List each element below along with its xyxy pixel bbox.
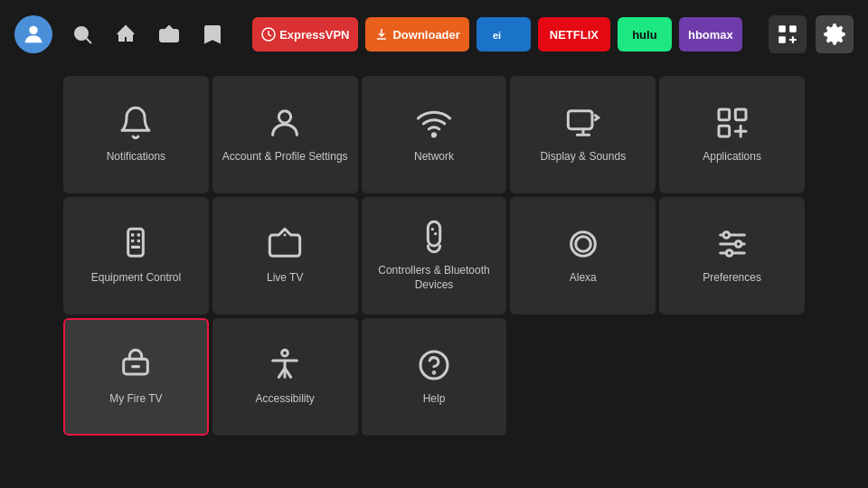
svg-rect-13 xyxy=(735,109,746,120)
grid-item-equipment-control[interactable]: Equipment Control xyxy=(63,197,209,314)
account-profile-label: Account & Profile Settings xyxy=(222,150,348,164)
settings-main: Notifications Account & Profile Settings… xyxy=(0,69,868,443)
svg-point-22 xyxy=(431,228,434,230)
app-hulu[interactable]: hulu xyxy=(618,17,672,52)
svg-rect-6 xyxy=(778,25,786,33)
header-right xyxy=(769,15,854,53)
app-expressvpn[interactable]: ExpressVPN xyxy=(252,17,358,52)
svg-rect-33 xyxy=(131,365,140,368)
app-downloader[interactable]: Downloader xyxy=(365,17,468,52)
svg-rect-20 xyxy=(131,246,140,249)
svg-point-29 xyxy=(723,232,730,239)
help-label: Help xyxy=(423,392,446,407)
my-fire-tv-label: My Fire TV xyxy=(109,392,162,407)
svg-point-30 xyxy=(735,241,741,248)
grid-item-notifications[interactable]: Notifications xyxy=(63,76,209,193)
svg-rect-16 xyxy=(131,234,134,237)
svg-point-34 xyxy=(282,351,288,357)
svg-rect-15 xyxy=(128,230,144,257)
grid-item-alexa[interactable]: Alexa xyxy=(510,197,656,314)
header-left xyxy=(14,15,226,53)
app-hbomax[interactable]: hbomax xyxy=(679,17,742,52)
search-icon[interactable] xyxy=(69,21,96,48)
svg-point-0 xyxy=(29,26,37,34)
grid-item-controllers-bluetooth[interactable]: Controllers & Bluetooth Devices xyxy=(362,197,507,314)
avatar[interactable] xyxy=(14,15,52,53)
settings-grid: Notifications Account & Profile Settings… xyxy=(63,76,805,436)
grid-item-live-tv[interactable]: Live TV xyxy=(212,197,358,314)
svg-point-25 xyxy=(575,237,590,252)
svg-text:ei: ei xyxy=(493,30,501,41)
svg-rect-3 xyxy=(160,30,178,42)
grid-item-accessibility[interactable]: Accessibility xyxy=(212,318,358,436)
svg-rect-14 xyxy=(719,127,730,137)
svg-point-10 xyxy=(432,134,435,136)
svg-rect-18 xyxy=(131,239,134,242)
svg-rect-19 xyxy=(137,239,140,242)
applications-label: Applications xyxy=(703,150,761,164)
watchlist-icon[interactable] xyxy=(199,21,226,48)
svg-rect-11 xyxy=(568,111,592,129)
network-label: Network xyxy=(414,150,454,164)
header-apps: ExpressVPN Downloader ei NETFLIX hulu hb… xyxy=(242,17,752,52)
grid-item-help[interactable]: Help xyxy=(362,318,507,436)
svg-rect-17 xyxy=(137,234,140,237)
svg-rect-7 xyxy=(789,25,797,33)
display-sounds-label: Display & Sounds xyxy=(540,150,626,164)
settings-button[interactable] xyxy=(816,15,854,53)
svg-point-36 xyxy=(433,372,435,374)
grid-view-button[interactable] xyxy=(769,15,807,53)
grid-item-my-fire-tv[interactable]: My Fire TV xyxy=(63,318,209,436)
svg-point-31 xyxy=(726,250,732,257)
header: ExpressVPN Downloader ei NETFLIX hulu hb… xyxy=(0,0,868,69)
grid-item-preferences[interactable]: Preferences xyxy=(659,197,805,314)
notifications-label: Notifications xyxy=(107,150,165,164)
grid-item-network[interactable]: Network xyxy=(362,76,507,193)
alexa-label: Alexa xyxy=(570,271,597,286)
grid-item-display-sounds[interactable]: Display & Sounds xyxy=(510,76,656,193)
svg-point-1 xyxy=(75,27,88,40)
equipment-control-label: Equipment Control xyxy=(91,271,181,286)
app-cyber[interactable]: ei xyxy=(476,17,531,52)
svg-line-2 xyxy=(87,39,92,44)
svg-point-23 xyxy=(434,232,437,235)
grid-item-applications[interactable]: Applications xyxy=(659,76,805,193)
app-netflix[interactable]: NETFLIX xyxy=(538,17,610,52)
svg-point-9 xyxy=(279,111,291,123)
preferences-label: Preferences xyxy=(703,271,761,286)
accessibility-label: Accessibility xyxy=(256,392,315,407)
home-icon[interactable] xyxy=(112,21,139,48)
controllers-bluetooth-label: Controllers & Bluetooth Devices xyxy=(371,264,498,292)
svg-rect-12 xyxy=(719,109,730,120)
grid-item-account-profile[interactable]: Account & Profile Settings xyxy=(212,76,358,193)
app-shell: ExpressVPN Downloader ei NETFLIX hulu hb… xyxy=(0,0,868,443)
live-tv-icon[interactable] xyxy=(156,21,183,48)
svg-rect-8 xyxy=(778,36,786,43)
live-tv-label: Live TV xyxy=(267,271,303,286)
